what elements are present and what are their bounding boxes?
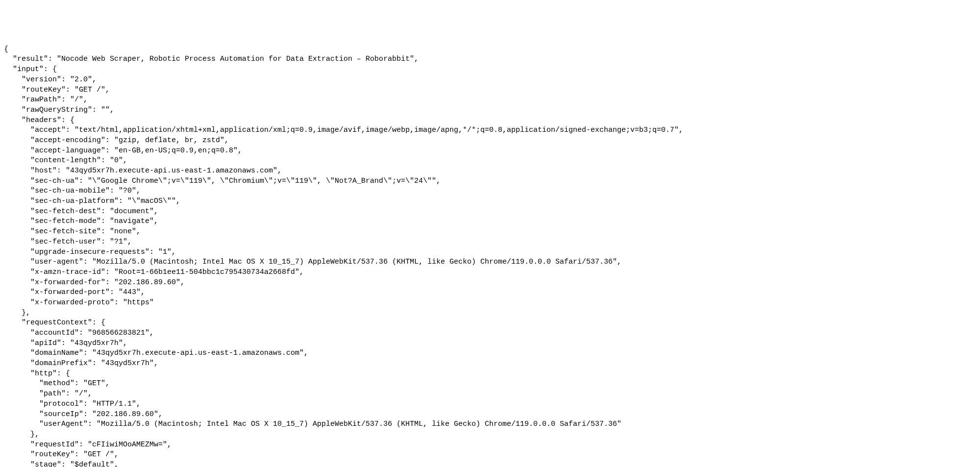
json-text: { "result": "Nocode Web Scraper, Robotic… xyxy=(4,45,683,467)
json-document: { "result": "Nocode Web Scraper, Robotic… xyxy=(4,45,976,467)
